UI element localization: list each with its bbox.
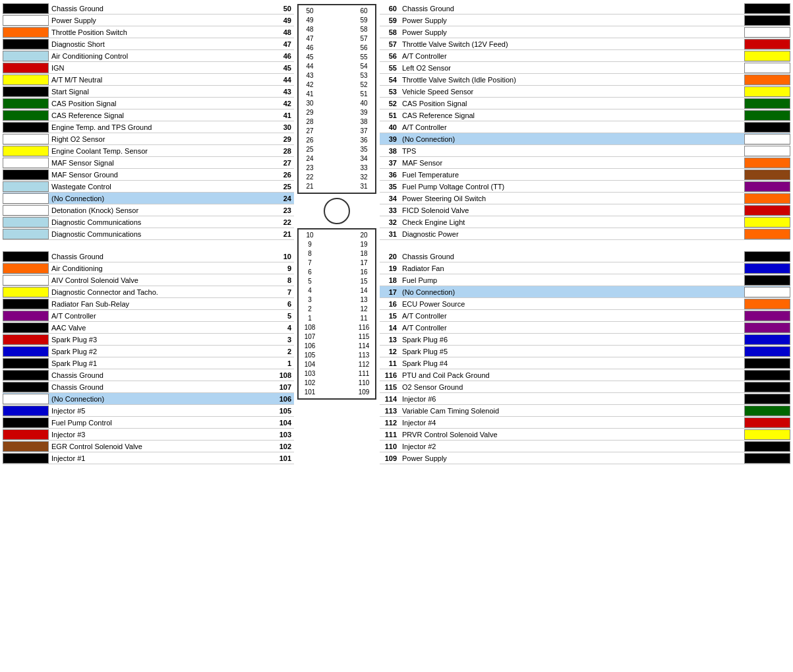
- pin-number: 4: [268, 324, 294, 332]
- left-panel: Chassis Ground50Power Supply49Throttle P…: [3, 3, 294, 467]
- color-swatch: [744, 86, 790, 97]
- pin-number: 34: [380, 195, 399, 202]
- pin-label: O2 Sensor Ground: [399, 383, 744, 391]
- left-pin-row: (No Connection)106: [3, 393, 294, 405]
- pin-label: MAF Sensor Ground: [49, 171, 268, 179]
- color-swatch: [744, 370, 790, 381]
- right-pin-row: 52CAS Position Signal: [380, 98, 790, 109]
- pin-label: A/T Controller: [399, 312, 744, 320]
- pin-number: 46: [268, 52, 294, 60]
- connector-pair: 4252: [300, 80, 374, 90]
- connector-pair: 106114: [300, 342, 374, 351]
- color-swatch: [3, 3, 49, 14]
- pin-number: 103: [268, 431, 294, 439]
- pin-number: 23: [268, 206, 294, 214]
- pin-label: (No Connection): [399, 135, 744, 143]
- pin-label: A/T Controller: [399, 324, 744, 332]
- connector-pair: 107115: [300, 332, 374, 342]
- pin-number: 114: [380, 395, 399, 403]
- left-pin-row: Right O2 Sensor29: [3, 133, 294, 145]
- left-pin-row: Engine Coolant Temp. Sensor28: [3, 145, 294, 157]
- center-panel: 5060495948584757465645554454435342524151…: [294, 3, 380, 467]
- pin-label: Fuel Pump Voltage Control (TT): [399, 183, 744, 191]
- pin-label: Power Steering Oil Switch: [399, 195, 744, 202]
- pin-number: 12: [380, 348, 399, 355]
- color-swatch: [3, 394, 49, 404]
- pin-label: PRVR Control Solenoid Valve: [399, 431, 744, 439]
- pin-label: Right O2 Sensor: [49, 135, 268, 143]
- left-pin-row: Injector #5105: [3, 405, 294, 417]
- pin-number: 21: [268, 230, 294, 238]
- color-swatch: [3, 441, 49, 452]
- color-swatch: [3, 63, 49, 73]
- color-swatch: [744, 382, 790, 392]
- pin-label: Start Signal: [49, 88, 268, 96]
- pin-label: (No Connection): [49, 195, 268, 202]
- color-swatch: [3, 429, 49, 440]
- pin-label: A/T M/T Neutral: [49, 76, 268, 84]
- color-swatch: [744, 110, 790, 121]
- connector-pair: 3040: [300, 99, 374, 108]
- pin-label: AAC Valve: [49, 324, 268, 332]
- connector-pair: 2737: [300, 127, 374, 136]
- pin-label: CAS Reference Signal: [399, 111, 744, 119]
- pin-label: EGR Control Solenoid Valve: [49, 443, 268, 450]
- pin-label: Vehicle Speed Sensor: [399, 88, 744, 96]
- color-swatch: [3, 205, 49, 216]
- left-pin-row: MAF Sensor Ground26: [3, 169, 294, 181]
- pin-number: 39: [380, 135, 399, 143]
- pin-number: 49: [268, 16, 294, 24]
- pin-label: Chassis Ground: [399, 5, 744, 13]
- pin-number: 51: [380, 111, 399, 119]
- pin-label: Power Supply: [399, 28, 744, 36]
- color-swatch: [744, 275, 790, 286]
- pin-label: Engine Temp. and TPS Ground: [49, 123, 268, 131]
- pin-number: 105: [268, 407, 294, 415]
- color-swatch: [744, 193, 790, 204]
- color-swatch: [744, 75, 790, 85]
- left-pin-row: Power Supply49: [3, 15, 294, 26]
- pin-label: TPS: [399, 147, 744, 155]
- color-swatch: [3, 358, 49, 369]
- connector-pair: 919: [300, 240, 374, 249]
- pin-number: 60: [380, 5, 399, 13]
- pin-label: Injector #4: [399, 419, 744, 427]
- left-pin-row: EGR Control Solenoid Valve102: [3, 441, 294, 452]
- right-pin-row: 59Power Supply: [380, 15, 790, 26]
- color-swatch: [744, 3, 790, 14]
- pin-number: 55: [380, 64, 399, 72]
- pin-number: 44: [268, 76, 294, 84]
- pin-number: 48: [268, 28, 294, 36]
- color-swatch: [744, 146, 790, 156]
- pin-label: Diagnostic Connector and Tacho.: [49, 288, 268, 296]
- pin-label: Variable Cam Timing Solenoid: [399, 407, 744, 415]
- color-swatch: [3, 39, 49, 49]
- color-swatch: [3, 346, 49, 357]
- connector-pair: 818: [300, 249, 374, 259]
- left-pin-row: AAC Valve4: [3, 322, 294, 334]
- color-swatch: [3, 334, 49, 345]
- pin-label: Throttle Valve Switch (Idle Position): [399, 76, 744, 84]
- connector-pair: 515: [300, 277, 374, 286]
- connector-pair: 4959: [300, 16, 374, 25]
- pin-number: 45: [268, 64, 294, 72]
- pin-label: Spark Plug #1: [49, 359, 268, 367]
- pin-number: 20: [380, 253, 399, 260]
- pin-number: 10: [268, 253, 294, 260]
- right-pin-row: 60Chassis Ground: [380, 3, 790, 15]
- pin-number: 53: [380, 88, 399, 96]
- connector-pair: 102110: [300, 379, 374, 388]
- color-swatch: [744, 322, 790, 333]
- connector-pair: 4454: [300, 62, 374, 71]
- right-pin-row: 37MAF Sensor: [380, 157, 790, 169]
- right-pin-row: 56A/T Controller: [380, 50, 790, 62]
- color-swatch: [3, 146, 49, 156]
- pin-label: CAS Position Signal: [49, 100, 268, 107]
- pin-label: (No Connection): [49, 395, 268, 403]
- pin-number: 116: [380, 371, 399, 379]
- right-pin-row: 112Injector #4: [380, 417, 790, 429]
- right-pin-row: 39(No Connection): [380, 133, 790, 145]
- color-swatch: [744, 27, 790, 38]
- color-swatch: [3, 193, 49, 204]
- color-swatch: [3, 287, 49, 297]
